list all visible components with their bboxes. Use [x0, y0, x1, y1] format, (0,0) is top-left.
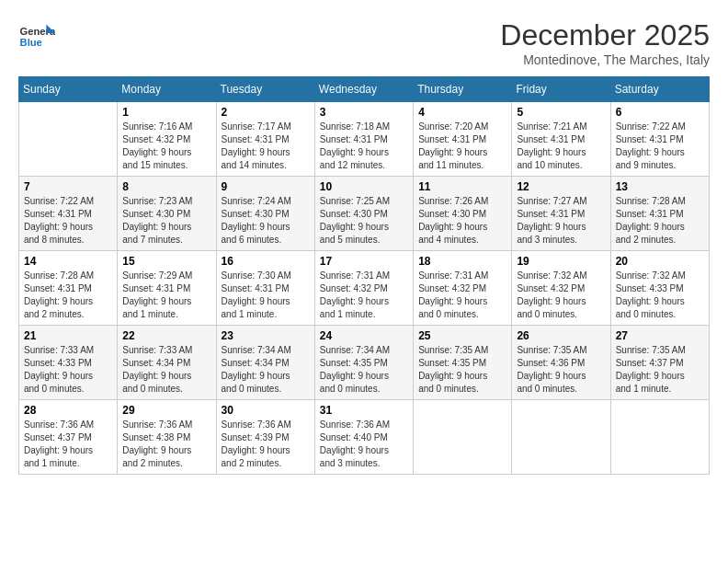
calendar-cell: 10Sunrise: 7:25 AM Sunset: 4:30 PM Dayli…	[314, 177, 413, 251]
calendar-cell: 8Sunrise: 7:23 AM Sunset: 4:30 PM Daylig…	[118, 177, 216, 251]
week-row-1: 1Sunrise: 7:16 AM Sunset: 4:32 PM Daylig…	[19, 102, 710, 177]
calendar-cell: 25Sunrise: 7:35 AM Sunset: 4:35 PM Dayli…	[414, 326, 512, 400]
calendar-cell: 31Sunrise: 7:36 AM Sunset: 4:40 PM Dayli…	[314, 400, 413, 475]
calendar-cell: 7Sunrise: 7:22 AM Sunset: 4:31 PM Daylig…	[19, 177, 118, 251]
day-number: 28	[24, 404, 112, 417]
day-number: 30	[222, 404, 310, 417]
weekday-header-sunday: Sunday	[19, 77, 118, 102]
calendar-cell	[512, 400, 610, 475]
day-info: Sunrise: 7:36 AM Sunset: 4:39 PM Dayligh…	[222, 419, 310, 470]
day-info: Sunrise: 7:28 AM Sunset: 4:31 PM Dayligh…	[616, 195, 704, 247]
day-number: 7	[24, 180, 112, 193]
weekday-header-monday: Monday	[118, 77, 216, 102]
day-number: 16	[222, 255, 310, 268]
calendar-cell: 28Sunrise: 7:36 AM Sunset: 4:37 PM Dayli…	[19, 400, 118, 475]
calendar-cell: 22Sunrise: 7:33 AM Sunset: 4:34 PM Dayli…	[118, 326, 216, 400]
month-title: December 2025	[500, 18, 710, 52]
calendar-cell: 17Sunrise: 7:31 AM Sunset: 4:32 PM Dayli…	[314, 251, 413, 326]
day-info: Sunrise: 7:32 AM Sunset: 4:33 PM Dayligh…	[616, 270, 704, 321]
calendar-cell	[19, 102, 118, 177]
day-info: Sunrise: 7:36 AM Sunset: 4:38 PM Dayligh…	[122, 419, 210, 470]
day-number: 25	[418, 329, 506, 342]
day-info: Sunrise: 7:33 AM Sunset: 4:34 PM Dayligh…	[122, 344, 210, 396]
day-number: 27	[616, 329, 704, 342]
day-info: Sunrise: 7:36 AM Sunset: 4:40 PM Dayligh…	[320, 419, 408, 470]
day-info: Sunrise: 7:30 AM Sunset: 4:31 PM Dayligh…	[222, 270, 310, 321]
weekday-header-friday: Friday	[512, 77, 610, 102]
weekday-header-wednesday: Wednesday	[314, 77, 413, 102]
calendar-cell: 29Sunrise: 7:36 AM Sunset: 4:38 PM Dayli…	[118, 400, 216, 475]
calendar-cell: 1Sunrise: 7:16 AM Sunset: 4:32 PM Daylig…	[118, 102, 216, 177]
calendar-cell: 30Sunrise: 7:36 AM Sunset: 4:39 PM Dayli…	[216, 400, 314, 475]
day-number: 15	[122, 255, 210, 268]
page-header: General Blue December 2025 Montedinove, …	[18, 18, 710, 67]
day-number: 19	[517, 255, 605, 268]
calendar-cell: 21Sunrise: 7:33 AM Sunset: 4:33 PM Dayli…	[19, 326, 118, 400]
location-title: Montedinove, The Marches, Italy	[500, 52, 710, 67]
day-number: 2	[222, 106, 310, 119]
day-info: Sunrise: 7:34 AM Sunset: 4:34 PM Dayligh…	[222, 344, 310, 396]
day-info: Sunrise: 7:27 AM Sunset: 4:31 PM Dayligh…	[517, 195, 605, 247]
day-info: Sunrise: 7:23 AM Sunset: 4:30 PM Dayligh…	[122, 195, 210, 247]
calendar-table: SundayMondayTuesdayWednesdayThursdayFrid…	[18, 76, 710, 475]
day-number: 29	[122, 404, 210, 417]
day-number: 4	[418, 106, 506, 119]
calendar-cell: 5Sunrise: 7:21 AM Sunset: 4:31 PM Daylig…	[512, 102, 610, 177]
day-number: 26	[517, 329, 605, 342]
day-info: Sunrise: 7:22 AM Sunset: 4:31 PM Dayligh…	[616, 121, 704, 172]
day-number: 5	[517, 106, 605, 119]
day-info: Sunrise: 7:34 AM Sunset: 4:35 PM Dayligh…	[320, 344, 408, 396]
calendar-cell: 26Sunrise: 7:35 AM Sunset: 4:36 PM Dayli…	[512, 326, 610, 400]
week-row-2: 7Sunrise: 7:22 AM Sunset: 4:31 PM Daylig…	[19, 177, 710, 251]
calendar-cell: 3Sunrise: 7:18 AM Sunset: 4:31 PM Daylig…	[314, 102, 413, 177]
weekday-header-row: SundayMondayTuesdayWednesdayThursdayFrid…	[19, 77, 710, 102]
day-number: 12	[517, 180, 605, 193]
calendar-cell: 9Sunrise: 7:24 AM Sunset: 4:30 PM Daylig…	[216, 177, 314, 251]
title-block: December 2025 Montedinove, The Marches, …	[500, 18, 710, 67]
day-number: 24	[320, 329, 408, 342]
weekday-header-tuesday: Tuesday	[216, 77, 314, 102]
day-number: 20	[616, 255, 704, 268]
day-info: Sunrise: 7:31 AM Sunset: 4:32 PM Dayligh…	[320, 270, 408, 321]
calendar-cell: 16Sunrise: 7:30 AM Sunset: 4:31 PM Dayli…	[216, 251, 314, 326]
svg-text:Blue: Blue	[20, 37, 42, 48]
day-info: Sunrise: 7:32 AM Sunset: 4:32 PM Dayligh…	[517, 270, 605, 321]
calendar-cell: 4Sunrise: 7:20 AM Sunset: 4:31 PM Daylig…	[414, 102, 512, 177]
day-info: Sunrise: 7:35 AM Sunset: 4:35 PM Dayligh…	[418, 344, 506, 396]
calendar-cell: 23Sunrise: 7:34 AM Sunset: 4:34 PM Dayli…	[216, 326, 314, 400]
day-number: 18	[418, 255, 506, 268]
day-info: Sunrise: 7:18 AM Sunset: 4:31 PM Dayligh…	[320, 121, 408, 172]
calendar-cell: 2Sunrise: 7:17 AM Sunset: 4:31 PM Daylig…	[216, 102, 314, 177]
logo: General Blue	[18, 18, 59, 55]
day-number: 14	[24, 255, 112, 268]
calendar-cell: 15Sunrise: 7:29 AM Sunset: 4:31 PM Dayli…	[118, 251, 216, 326]
calendar-cell	[610, 400, 709, 475]
day-number: 13	[616, 180, 704, 193]
day-info: Sunrise: 7:31 AM Sunset: 4:32 PM Dayligh…	[418, 270, 506, 321]
week-row-3: 14Sunrise: 7:28 AM Sunset: 4:31 PM Dayli…	[19, 251, 710, 326]
week-row-4: 21Sunrise: 7:33 AM Sunset: 4:33 PM Dayli…	[19, 326, 710, 400]
day-number: 31	[320, 404, 408, 417]
day-info: Sunrise: 7:17 AM Sunset: 4:31 PM Dayligh…	[222, 121, 310, 172]
day-number: 3	[320, 106, 408, 119]
calendar-cell: 12Sunrise: 7:27 AM Sunset: 4:31 PM Dayli…	[512, 177, 610, 251]
weekday-header-saturday: Saturday	[610, 77, 709, 102]
day-number: 6	[616, 106, 704, 119]
calendar-cell: 27Sunrise: 7:35 AM Sunset: 4:37 PM Dayli…	[610, 326, 709, 400]
calendar-cell: 6Sunrise: 7:22 AM Sunset: 4:31 PM Daylig…	[610, 102, 709, 177]
calendar-cell: 11Sunrise: 7:26 AM Sunset: 4:30 PM Dayli…	[414, 177, 512, 251]
calendar-cell: 19Sunrise: 7:32 AM Sunset: 4:32 PM Dayli…	[512, 251, 610, 326]
week-row-5: 28Sunrise: 7:36 AM Sunset: 4:37 PM Dayli…	[19, 400, 710, 475]
day-info: Sunrise: 7:24 AM Sunset: 4:30 PM Dayligh…	[222, 195, 310, 247]
day-number: 1	[122, 106, 210, 119]
day-number: 21	[24, 329, 112, 342]
day-number: 11	[418, 180, 506, 193]
calendar-cell: 13Sunrise: 7:28 AM Sunset: 4:31 PM Dayli…	[610, 177, 709, 251]
day-info: Sunrise: 7:26 AM Sunset: 4:30 PM Dayligh…	[418, 195, 506, 247]
calendar-cell: 20Sunrise: 7:32 AM Sunset: 4:33 PM Dayli…	[610, 251, 709, 326]
day-info: Sunrise: 7:21 AM Sunset: 4:31 PM Dayligh…	[517, 121, 605, 172]
day-info: Sunrise: 7:22 AM Sunset: 4:31 PM Dayligh…	[24, 195, 112, 247]
day-info: Sunrise: 7:35 AM Sunset: 4:37 PM Dayligh…	[616, 344, 704, 396]
day-number: 23	[222, 329, 310, 342]
day-info: Sunrise: 7:36 AM Sunset: 4:37 PM Dayligh…	[24, 419, 112, 470]
